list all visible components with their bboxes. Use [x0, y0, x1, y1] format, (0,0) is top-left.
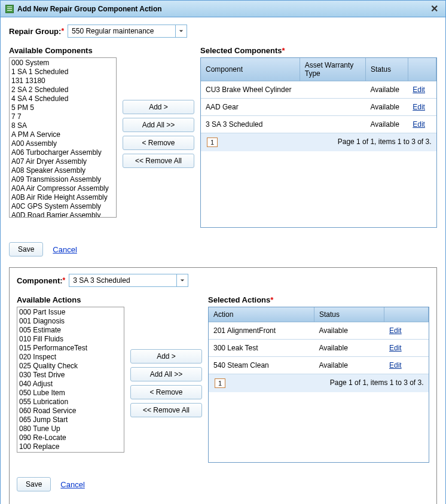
- components-footer: Save Cancel: [9, 237, 437, 267]
- components-pager: 1 Page 1 of 1, items 1 to 3 of 3.: [201, 133, 436, 152]
- save-button[interactable]: Save: [17, 477, 51, 491]
- pager-page-number[interactable]: 1: [207, 138, 218, 147]
- list-item[interactable]: A09 Transmission Assembly: [10, 175, 115, 184]
- edit-link[interactable]: Edit: [389, 361, 402, 369]
- list-item[interactable]: A00 Assembly: [10, 139, 115, 148]
- component-dropdown[interactable]: [69, 274, 188, 287]
- list-item[interactable]: A07 Air Dryer Assembly: [10, 157, 115, 166]
- cancel-link[interactable]: Cancel: [60, 480, 84, 489]
- cell-status: Available: [314, 357, 384, 374]
- available-components-wrap: Available Components 000 System1 SA 1 Sc…: [9, 46, 117, 228]
- cancel-link[interactable]: Cancel: [53, 245, 77, 254]
- repair-group-input[interactable]: [68, 25, 175, 38]
- list-item[interactable]: A0B Air Ride Height Assembly: [10, 193, 115, 202]
- repair-group-dropdown[interactable]: [68, 25, 187, 38]
- list-item[interactable]: 005 Estimate: [18, 326, 123, 335]
- available-components-list[interactable]: 000 System1 SA 1 Scheduled131 131802 SA …: [9, 57, 117, 218]
- list-item[interactable]: 001 Diagnosis: [18, 317, 123, 326]
- list-item[interactable]: 000 System: [10, 59, 115, 68]
- add-all-button[interactable]: Add All >>: [130, 367, 202, 381]
- list-item[interactable]: 040 Adjust: [18, 380, 123, 389]
- available-actions-list[interactable]: 000 Part Issue001 Diagnosis005 Estimate0…: [17, 307, 124, 453]
- list-item[interactable]: 080 Tune Up: [18, 424, 123, 433]
- list-item[interactable]: 7 7: [10, 112, 115, 121]
- remove-button[interactable]: < Remove: [130, 385, 202, 399]
- actions-pager: 1 Page 1 of 1, items 1 to 3 of 3.: [209, 374, 429, 393]
- add-all-button[interactable]: Add All >>: [123, 118, 194, 132]
- list-item[interactable]: 015 PerformanceTest: [18, 344, 123, 353]
- list-item[interactable]: 8 SA: [10, 121, 115, 130]
- close-icon[interactable]: ✕: [428, 3, 441, 14]
- list-item[interactable]: 1 SA 1 Scheduled: [10, 68, 115, 77]
- dialog-content: Repair Group:* Available Components 000 …: [1, 17, 445, 504]
- list-item[interactable]: A0C GPS System Assembly: [10, 202, 115, 211]
- list-item[interactable]: A0A Air Compressor Assembly: [10, 184, 115, 193]
- list-item[interactable]: 4 SA 4 Scheduled: [10, 94, 115, 103]
- list-item[interactable]: 2 SA 2 Scheduled: [10, 85, 115, 94]
- list-item[interactable]: A0D Road Barrier Assembly: [10, 211, 115, 218]
- available-actions-label: Available Actions: [17, 295, 124, 304]
- edit-link[interactable]: Edit: [389, 326, 402, 335]
- pager-summary: Page 1 of 1, items 1 to 3 of 3.: [330, 378, 424, 387]
- cell-status: Available: [314, 340, 384, 357]
- pager-page-number[interactable]: 1: [215, 378, 225, 388]
- list-item[interactable]: 010 Fill Fluids: [18, 335, 123, 344]
- list-item[interactable]: 050 Lube Item: [18, 389, 123, 398]
- cell-component: 3 SA 3 Scheduled: [201, 116, 300, 133]
- edit-link[interactable]: Edit: [413, 120, 425, 129]
- required-marker: *: [61, 27, 64, 35]
- list-item[interactable]: 100 Replace: [18, 442, 123, 451]
- required-marker: *: [270, 295, 273, 304]
- list-item[interactable]: 000 Part Issue: [18, 308, 123, 317]
- cell-component: CU3 Brake Wheel Cylinder: [201, 81, 300, 99]
- chevron-down-icon[interactable]: [176, 274, 188, 287]
- components-shuttle: Available Components 000 System1 SA 1 Sc…: [9, 46, 437, 228]
- table-row: CU3 Brake Wheel CylinderAvailableEdit: [201, 81, 436, 99]
- actions-subpanel: Component:* Available Actions 000 Part I…: [9, 267, 437, 504]
- col-status[interactable]: Status: [365, 58, 408, 81]
- list-item[interactable]: 105 Replace All: [18, 451, 123, 453]
- col-status[interactable]: Status: [314, 307, 384, 322]
- required-marker: *: [63, 276, 66, 285]
- list-item[interactable]: 025 Quality Check: [18, 362, 123, 371]
- list-item[interactable]: 090 Re-Locate: [18, 433, 123, 442]
- list-item[interactable]: 020 Inspect: [18, 353, 123, 362]
- remove-button[interactable]: < Remove: [123, 136, 194, 150]
- component-row: Component:*: [17, 274, 429, 287]
- component-input[interactable]: [69, 274, 176, 287]
- list-item[interactable]: 055 Lubrication: [18, 398, 123, 407]
- list-item[interactable]: A06 Turbocharger Assembly: [10, 148, 115, 157]
- list-item[interactable]: 030 Test Drive: [18, 371, 123, 380]
- list-item[interactable]: 065 Jump Start: [18, 416, 123, 424]
- chevron-down-icon[interactable]: [175, 25, 187, 38]
- edit-link[interactable]: Edit: [413, 85, 425, 94]
- cell-action: 540 Steam Clean: [209, 357, 314, 374]
- list-item[interactable]: 060 Road Service: [18, 407, 123, 416]
- cell-action: 201 AlignmentFront: [209, 322, 314, 340]
- list-item[interactable]: A08 Speaker Assembly: [10, 166, 115, 175]
- available-actions-wrap: Available Actions 000 Part Issue001 Diag…: [17, 295, 124, 463]
- cell-awt: [300, 81, 365, 99]
- pager-summary: Page 1 of 1, items 1 to 3 of 3.: [338, 138, 432, 146]
- edit-link[interactable]: Edit: [413, 103, 425, 111]
- selected-components-grid: Component Asset Warranty Type Status CU3…: [200, 57, 437, 228]
- remove-all-button[interactable]: << Remove All: [130, 403, 202, 417]
- component-label: Component:: [17, 276, 63, 285]
- list-item[interactable]: 131 13180: [10, 77, 115, 85]
- col-component[interactable]: Component: [201, 58, 300, 81]
- repair-group-row: Repair Group:*: [9, 25, 437, 38]
- cell-status: Available: [365, 99, 408, 116]
- selected-components-label: Selected Components*: [200, 46, 437, 55]
- cell-status: Available: [365, 81, 408, 99]
- remove-all-button[interactable]: << Remove All: [123, 154, 194, 168]
- cell-awt: [300, 116, 365, 133]
- col-asset-warranty-type[interactable]: Asset Warranty Type: [300, 58, 365, 81]
- col-action[interactable]: Action: [209, 307, 314, 322]
- add-button[interactable]: Add >: [123, 100, 194, 114]
- edit-link[interactable]: Edit: [389, 344, 402, 352]
- list-item[interactable]: 5 PM 5: [10, 103, 115, 112]
- save-button[interactable]: Save: [9, 242, 43, 256]
- list-item[interactable]: A PM A Service: [10, 130, 115, 139]
- add-button[interactable]: Add >: [130, 349, 202, 364]
- titlebar: Add New Repair Group Component Action ✕: [1, 1, 445, 17]
